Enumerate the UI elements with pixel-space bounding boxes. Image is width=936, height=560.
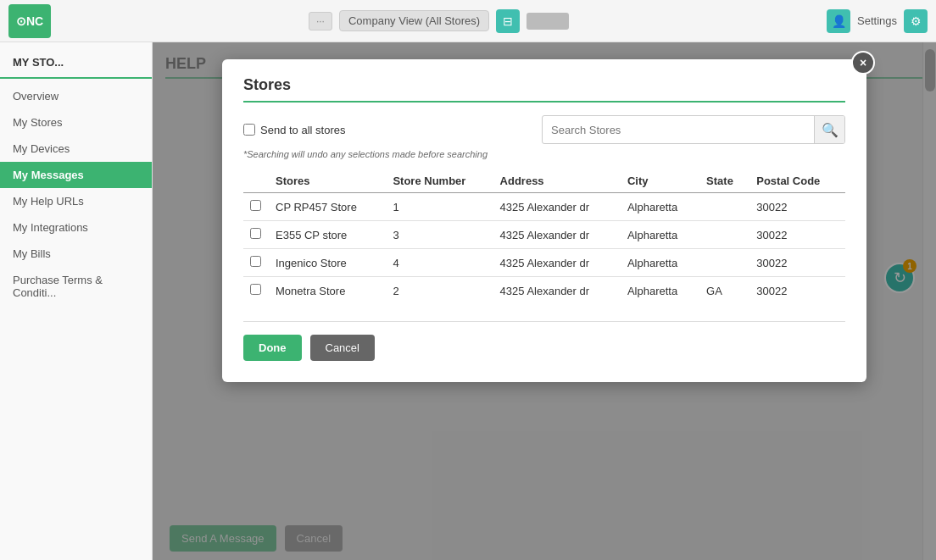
done-button[interactable]: Done [243,335,302,361]
sidebar-item-purchaseterms[interactable]: Purchase Terms & Conditi... [0,267,152,306]
row-checkbox-0[interactable] [250,200,261,211]
table-row: E355 CP store 3 4325 Alexander dr Alphar… [243,221,845,249]
row-store-name: E355 CP store [269,221,386,249]
row-state [699,221,749,249]
col-storenumber: Store Number [386,169,493,193]
content-area: HELP ↻ 1 × Stores Send to [153,42,936,560]
top-bar-right: 👤 Settings ⚙ [827,9,928,33]
col-state: State [699,169,749,193]
search-input-wrap: 🔍 [542,115,845,144]
cancel-button[interactable]: Cancel [310,335,375,361]
row-checkbox-cell[interactable] [243,277,269,305]
user-icon[interactable]: 👤 [827,9,850,33]
row-checkbox-cell[interactable] [243,193,269,221]
row-city: Alpharetta [621,249,699,277]
row-store-number: 2 [386,277,493,305]
row-city: Alpharetta [621,221,699,249]
ncr-logo: ⊙NCR [8,4,51,38]
row-checkbox-1[interactable] [250,228,261,239]
modal-footer: Done Cancel [243,321,845,361]
user-name-display [526,13,569,30]
col-city: City [621,169,699,193]
row-store-number: 4 [386,249,493,277]
sidebar-item-mydevices[interactable]: My Devices [0,136,152,162]
table-header-row: Stores Store Number Address City State P… [243,169,845,193]
monitor-icon[interactable]: ⊟ [496,9,520,33]
modal-close-button[interactable]: × [851,51,875,75]
col-postal: Postal Code [749,169,845,193]
table-row: Ingenico Store 4 4325 Alexander dr Alpha… [243,249,845,277]
row-address: 4325 Alexander dr [493,221,621,249]
sidebar-item-mystores[interactable]: My Stores [0,109,152,136]
sidebar-item-mybills[interactable]: My Bills [0,241,152,267]
row-store-number: 1 [386,193,493,221]
company-view-badge: Company View (All Stores) [339,10,489,31]
row-city: Alpharetta [621,193,699,221]
search-row: Send to all stores 🔍 [243,115,845,144]
sidebar-item-myintegrations[interactable]: My Integrations [0,214,152,241]
row-address: 4325 Alexander dr [493,193,621,221]
sidebar: MY STO... Overview My Stores My Devices … [0,42,153,560]
row-address: 4325 Alexander dr [493,249,621,277]
settings-label: Settings [857,14,897,27]
modal-dialog: × Stores Send to all stores 🔍 [222,59,866,382]
top-bar-center: ··· Company View (All Stores) ⊟ [59,9,818,33]
row-checkbox-3[interactable] [250,284,261,295]
sidebar-header: MY STO... [0,51,152,79]
send-all-label[interactable]: Send to all stores [243,124,345,136]
row-postal: 30022 [749,277,845,305]
col-checkbox [243,169,269,193]
row-state [699,249,749,277]
row-postal: 30022 [749,249,845,277]
sidebar-item-myhelpurls[interactable]: My Help URLs [0,188,152,214]
row-checkbox-2[interactable] [250,256,261,267]
table-row: Monetra Store 2 4325 Alexander dr Alphar… [243,277,845,305]
search-note: *Searching will undo any selections made… [243,149,845,159]
search-button[interactable]: 🔍 [814,116,844,143]
row-state [699,193,749,221]
row-state: GA [699,277,749,305]
col-address: Address [493,169,621,193]
top-bar: ⊙NCR ··· Company View (All Stores) ⊟ 👤 S… [0,0,936,42]
nav-controls: ··· [309,12,332,30]
row-postal: 30022 [749,193,845,221]
modal-title: Stores [243,76,845,94]
row-checkbox-cell[interactable] [243,221,269,249]
sidebar-item-mymessages[interactable]: My Messages [0,162,152,188]
search-input[interactable] [543,119,814,141]
row-store-name: Monetra Store [269,277,386,305]
modal-overlay: × Stores Send to all stores 🔍 [153,42,936,560]
send-all-checkbox[interactable] [243,124,255,136]
row-store-name: CP RP457 Store [269,193,386,221]
modal-divider [243,101,845,103]
sidebar-item-overview[interactable]: Overview [0,83,152,109]
col-stores: Stores [269,169,386,193]
settings-icon[interactable]: ⚙ [904,9,928,33]
stores-table: Stores Store Number Address City State P… [243,169,845,304]
row-address: 4325 Alexander dr [493,277,621,305]
row-store-name: Ingenico Store [269,249,386,277]
row-postal: 30022 [749,221,845,249]
row-city: Alpharetta [621,277,699,305]
row-checkbox-cell[interactable] [243,249,269,277]
table-row: CP RP457 Store 1 4325 Alexander dr Alpha… [243,193,845,221]
svg-text:⊙NCR: ⊙NCR [16,14,43,28]
row-store-number: 3 [386,221,493,249]
main-layout: MY STO... Overview My Stores My Devices … [0,42,936,560]
